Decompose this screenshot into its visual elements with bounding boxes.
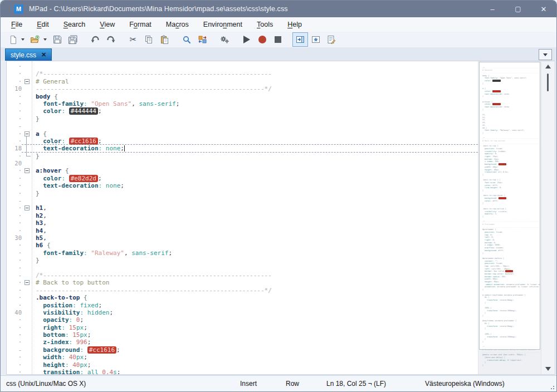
fold-margin[interactable] [22,324,32,331]
stop-button[interactable] [270,32,286,47]
tab-close-icon[interactable]: ✕ [41,52,46,58]
paste-button[interactable] [157,32,172,47]
line-number[interactable]: · [7,331,22,339]
fold-toggle-icon[interactable] [25,79,30,84]
code-line[interactable]: · color: #cc1616; [7,138,478,145]
fold-margin[interactable] [22,339,32,346]
fold-margin[interactable] [22,294,32,301]
line-number[interactable]: · [7,257,22,264]
code-line[interactable]: ·/*-------------------------------------… [7,70,478,77]
fold-margin[interactable] [22,227,32,234]
code-line[interactable]: 10--------------------------------------… [7,85,478,92]
line-number[interactable]: · [7,182,22,189]
code-line[interactable]: · width: 40px; [7,354,478,361]
code-line-text[interactable]: h3, [32,219,478,227]
line-number[interactable]: · [7,324,22,331]
line-number[interactable]: · [7,264,22,272]
new-file-button[interactable] [5,32,21,47]
fold-margin[interactable] [22,264,32,272]
tab-list-dropdown-button[interactable] [539,49,552,60]
code-line[interactable]: · position: fixed; [7,302,478,309]
fold-margin[interactable] [22,63,32,70]
undo-button[interactable] [87,32,103,47]
line-number[interactable]: · [7,212,22,219]
code-line-text[interactable]: height: 40px; [32,361,478,369]
code-line-text[interactable]: .back-to-top { [32,294,478,301]
edit-settings-button[interactable] [324,32,339,47]
cut-button[interactable]: ✂ [125,32,141,47]
minimap[interactable]: /*--------------------------------------… [478,61,541,374]
code-line[interactable]: 40 visibility: hidden; [7,309,478,316]
fold-margin[interactable] [22,316,32,324]
fold-margin[interactable] [22,197,32,204]
fold-margin[interactable] [22,234,32,242]
code-line[interactable]: -/*-------------------------------------… [7,272,478,279]
code-line[interactable]: · opacity: 0; [7,316,478,324]
code-line-text[interactable]: bottom: 15px; [32,331,478,339]
code-line-text[interactable]: # General [32,78,478,85]
fold-margin[interactable] [22,160,32,167]
code-line[interactable]: · [7,63,478,70]
code-line-text[interactable]: } [32,190,478,197]
code-line[interactable]: - background: #cc1616; [7,346,478,354]
code-line[interactable]: · height: 40px; [7,361,478,369]
save-button[interactable] [50,32,65,47]
menu-item-view[interactable]: View [92,18,122,31]
line-number[interactable]: · [7,78,22,85]
menu-item-format[interactable]: Format [122,18,159,31]
fold-margin[interactable] [22,78,32,85]
code-line[interactable]: ·---------------------------------------… [7,287,478,294]
line-number[interactable]: 40 [7,309,22,316]
line-number[interactable]: · [7,138,22,145]
minimize-button[interactable]: – [480,1,505,17]
code-line[interactable]: · transition: all 0.4s; [7,369,478,374]
code-line-text[interactable]: color: #e82d2d; [32,175,478,182]
code-line[interactable]: 20 [7,160,478,167]
resize-grip[interactable] [549,384,554,389]
fold-margin[interactable] [22,167,32,174]
code-line-text[interactable] [32,197,478,204]
menu-item-edit[interactable]: Edit [30,18,56,31]
code-line[interactable]: ·a:hover { [7,167,478,174]
fold-margin[interactable] [22,249,32,257]
code-line[interactable]: · right: 15px; [7,324,478,331]
fold-margin[interactable] [22,93,32,100]
replace-button[interactable] [194,32,210,47]
line-number[interactable]: · [7,242,22,249]
fold-margin[interactable] [22,287,32,294]
code-line[interactable]: 30h5, [7,234,478,242]
menu-item-file[interactable]: File [4,18,30,31]
line-number[interactable]: · [7,316,22,324]
line-number[interactable]: · [7,153,22,160]
fold-margin[interactable] [22,115,32,122]
code-line-text[interactable]: position: fixed; [32,302,478,309]
menu-item-help[interactable]: Help [280,18,309,31]
line-number[interactable]: · [7,249,22,257]
code-line-text[interactable]: right: 15px; [32,324,478,331]
fold-margin[interactable] [22,107,32,115]
fold-margin[interactable] [22,279,32,286]
code-line-text[interactable]: text-decoration: none; [32,182,478,189]
line-number[interactable]: · [7,354,22,361]
fold-margin[interactable] [22,182,32,189]
fold-toggle-icon[interactable] [25,205,30,210]
fold-margin[interactable] [22,331,32,339]
line-number[interactable]: · [7,175,22,182]
code-line-text[interactable]: h5, [32,234,478,242]
code-line[interactable]: ·.back-to-top { [7,294,478,301]
fold-margin[interactable] [22,346,32,354]
code-line-text[interactable]: h2, [32,212,478,219]
line-number[interactable]: · [7,63,22,70]
code-line[interactable]: · font-family: "Open Sans", sans-serif; [7,100,478,107]
scroll-up-icon[interactable] [545,65,551,68]
code-line[interactable]: ·h6 { [7,242,478,249]
tab-style-css[interactable]: style.css ✕ [5,48,52,61]
open-file-button[interactable] [27,32,43,47]
code-line-text[interactable]: body { [32,93,478,100]
new-file-dropdown-icon[interactable] [21,38,25,41]
code-line-text[interactable]: } [32,115,478,122]
code-line[interactable]: · color: #e82d2d; [7,175,478,182]
fold-margin[interactable] [22,145,32,152]
line-number[interactable]: · [7,279,22,286]
code-line-text[interactable]: transition: all 0.4s; [32,369,478,374]
